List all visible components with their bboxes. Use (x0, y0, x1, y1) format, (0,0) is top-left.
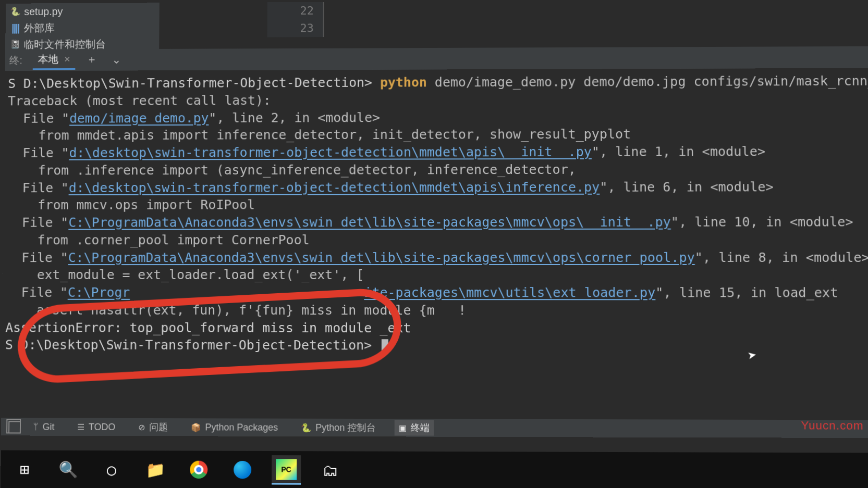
taskbar-cortana[interactable]: ○ (97, 455, 126, 484)
file-suffix: ", line 10, in <module> (671, 214, 853, 229)
file-suffix: ", line 8, in <module> (695, 249, 868, 265)
misc-icon: 🗂 (322, 461, 338, 479)
folder-icon: 📁 (145, 460, 165, 479)
taskbar-search[interactable]: 🔍 (53, 455, 82, 484)
windows-icon: ⊞ (20, 460, 29, 478)
tree-item-external-libs[interactable]: 外部库 (10, 19, 159, 36)
file-link[interactable]: ite-packages\mmcv\utils\ext_loader.py (364, 285, 655, 300)
git-icon: ᛘ (33, 422, 39, 431)
terminal-tab-local[interactable]: 本地 × (32, 51, 75, 70)
project-tree: setup.py 外部库 临时文件和控制台 (5, 3, 160, 53)
traceback-header: Traceback (most recent call last): (8, 93, 271, 108)
tool-git[interactable]: ᛘGit (29, 420, 59, 434)
tool-terminal[interactable]: ▣终端 (395, 420, 434, 435)
prompt: S D:\Desktop\Swin-Transformer-Object-Det… (5, 337, 380, 353)
search-icon: 🔍 (58, 460, 78, 478)
window-layout-icon[interactable] (8, 421, 21, 433)
file-link[interactable]: C:\ProgramData\Anaconda3\envs\swin_det\l… (68, 215, 671, 230)
file-prefix: File " (6, 285, 68, 300)
tool-label: 问题 (149, 421, 168, 433)
file-suffix: ", line 2, in <module> (209, 110, 380, 126)
taskbar-pycharm[interactable]: PC (272, 455, 301, 485)
code-line: assert hasattr(ext, fun), f'{fun} miss i… (6, 302, 467, 318)
code-line: from mmcv.ops import RoIPool (7, 197, 255, 212)
file-prefix: File " (7, 145, 69, 160)
editor-gutter: 22 23 (267, 2, 324, 37)
tool-label: 终端 (411, 421, 430, 434)
file-prefix: File " (7, 110, 69, 126)
watermark: Yuucn.com (801, 419, 863, 433)
command-python: python (380, 75, 427, 90)
file-prefix: File " (6, 250, 68, 265)
file-link[interactable]: d:\desktop\swin-transformer-object-detec… (69, 179, 600, 195)
scratches-icon (10, 40, 20, 49)
tool-problems[interactable]: ⊘问题 (134, 419, 172, 435)
pycharm-icon: PC (276, 459, 297, 480)
terminal-cursor (382, 340, 388, 353)
tool-label: Python 控制台 (315, 421, 375, 434)
circle-icon: ○ (107, 460, 116, 479)
prompt: S D:\Desktop\Swin-Transformer-Object-Det… (8, 75, 380, 91)
external-libs-icon (10, 23, 20, 33)
file-suffix: ", line 15, in load_ext (655, 285, 838, 300)
terminal-tab-bar: 终: 本地 × + ⌄ (5, 46, 868, 71)
windows-taskbar: ⊞ 🔍 ○ 📁 PC 🗂 (1, 450, 868, 488)
python-console-icon: 🐍 (301, 422, 311, 432)
file-link[interactable]: C:\Progr (68, 285, 130, 300)
tool-label: Git (42, 421, 54, 432)
tool-todo[interactable]: ☰TODO (73, 420, 119, 434)
tree-label: 外部库 (24, 20, 55, 36)
file-link[interactable]: demo/image_demo.py (69, 110, 209, 126)
tree-item-setup[interactable]: setup.py (11, 3, 160, 20)
file-suffix: ", line 6, in <module> (600, 179, 774, 194)
tree-label: setup.py (24, 3, 63, 20)
code-line: from mmdet.apis import inference_detecto… (7, 127, 631, 143)
bottom-tool-bar: ᛘGit ☰TODO ⊘问题 📦Python Packages 🐍Python … (1, 418, 868, 438)
code-line: from .corner_pool import CornerPool (6, 232, 310, 247)
taskbar-misc[interactable]: 🗂 (315, 455, 345, 485)
file-prefix: File " (6, 215, 68, 230)
assertion-error: AssertionError: top_pool_forward miss in… (5, 320, 411, 335)
file-link[interactable]: d:\desktop\swin-transformer-object-detec… (69, 144, 592, 160)
file-suffix: ", line 1, in <module> (592, 144, 765, 159)
packages-icon: 📦 (190, 422, 201, 432)
problems-icon: ⊘ (138, 422, 145, 432)
taskbar-edge[interactable] (228, 455, 257, 485)
todo-icon: ☰ (77, 422, 84, 432)
tool-python-console[interactable]: 🐍Python 控制台 (297, 420, 380, 436)
python-file-icon (11, 7, 20, 16)
code-line: from .inference import (async_inference_… (7, 162, 576, 178)
tool-python-packages[interactable]: 📦Python Packages (186, 420, 282, 435)
taskbar-chrome[interactable] (184, 455, 213, 485)
tab-dropdown-button[interactable]: ⌄ (108, 53, 124, 67)
tool-label: Python Packages (205, 422, 278, 433)
start-button[interactable]: ⊞ (10, 455, 39, 484)
chrome-icon (190, 461, 207, 479)
new-tab-button[interactable]: + (85, 53, 99, 67)
file-link[interactable]: C:\ProgramData\Anaconda3\envs\swin_det\l… (68, 249, 694, 265)
close-icon[interactable]: × (64, 53, 70, 65)
line-number: 22 (267, 2, 314, 20)
terminal-output[interactable]: S D:\Desktop\Swin-Transformer-Object-Det… (1, 68, 868, 438)
file-prefix: File " (7, 180, 69, 195)
line-number: 23 (267, 20, 314, 37)
editor-area[interactable] (324, 0, 868, 48)
command-args: demo/image_demo.py demo/demo.jpg configs… (427, 73, 868, 90)
terminal-icon: ▣ (399, 423, 407, 433)
terminal-tab-label: 本地 (38, 54, 58, 65)
taskbar-explorer[interactable]: 📁 (140, 455, 169, 484)
code-line: ext_module = ext_loader.load_ext('_ext',… (6, 267, 364, 282)
edge-icon (234, 461, 251, 479)
terminal-panel-label: 终: (9, 53, 22, 67)
tool-label: TODO (89, 421, 116, 432)
